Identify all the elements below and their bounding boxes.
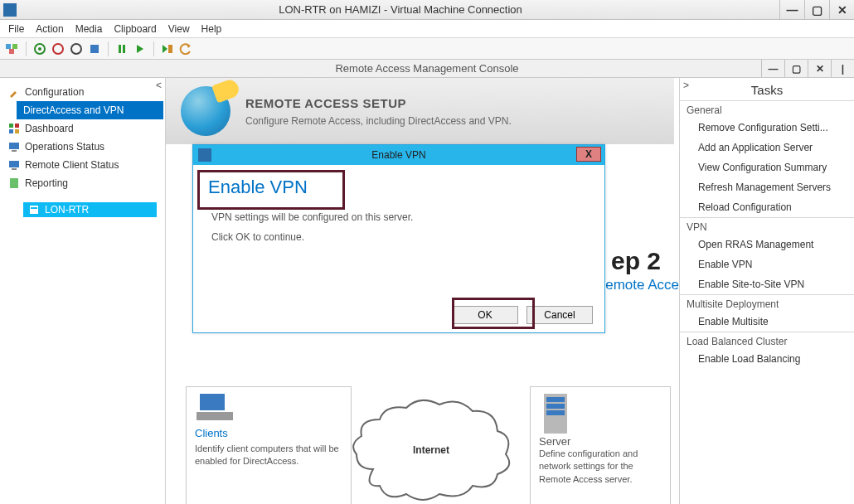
save-icon[interactable] [87,41,102,56]
vm-titlebar: LON-RTR on HAMIZI - Virtual Machine Conn… [0,0,854,20]
dialog-title: Enable VPN [371,149,425,161]
step1-box: Clients Identify client computers that w… [186,386,352,504]
turnoff-icon[interactable] [51,41,66,56]
svg-rect-17 [15,129,19,133]
reset-icon[interactable] [133,41,148,56]
section-vpn: VPN [680,217,854,235]
task-enable-multisite[interactable]: Enable Multisite [680,312,854,332]
dialog-line1: VPN settings will be configured on this … [193,210,604,225]
dashboard-icon [8,123,20,134]
menu-file[interactable]: File [8,23,24,35]
nav-label: Dashboard [25,123,74,134]
nav-directaccess-vpn[interactable]: DirectAccess and VPN [17,101,163,119]
svg-marker-10 [137,45,143,53]
menu-action[interactable]: Action [36,23,63,35]
console-title: Remote Access Management Console [335,62,518,75]
task-enable-lb[interactable]: Enable Load Balancing [680,349,854,369]
client-icon [8,159,20,171]
nav-pane: < Configuration DirectAccess and VPN Das… [0,78,166,504]
internet-cloud: Internet [340,395,522,504]
nav-label: DirectAccess and VPN [23,104,124,116]
dialog-line2: Click OK to continue. [193,230,604,245]
task-remove-config[interactable]: Remove Configuration Setti... [680,118,854,138]
revert-icon[interactable] [178,41,193,56]
task-enable-s2s-vpn[interactable]: Enable Site-to-Site VPN [680,274,854,294]
pause-icon[interactable] [114,41,129,56]
shutdown-icon[interactable] [69,41,84,56]
svg-marker-11 [163,45,167,53]
wrench-icon [8,86,20,98]
tasks-heading: Tasks [680,83,854,97]
nav-reporting[interactable]: Reporting [2,174,163,192]
task-reload-config[interactable]: Reload Configuration [680,197,854,217]
task-open-rras[interactable]: Open RRAS Management [680,235,854,254]
section-lbc: Load Balanced Cluster [680,332,854,349]
svg-rect-7 [90,45,99,53]
svg-rect-22 [10,178,18,188]
menu-help[interactable]: Help [201,23,222,35]
close-button[interactable]: ✕ [829,0,854,19]
ok-button[interactable]: OK [452,306,518,324]
svg-rect-23 [30,206,38,214]
server-rack-icon [539,392,572,435]
nav-configuration[interactable]: Configuration [2,83,163,101]
svg-point-4 [38,47,41,51]
svg-rect-15 [15,124,19,128]
ctrl-alt-del-icon[interactable] [5,41,20,56]
task-enable-vpn[interactable]: Enable VPN [680,254,854,274]
svg-rect-18 [9,143,19,149]
nav-remote-client-status[interactable]: Remote Client Status [2,156,163,174]
svg-rect-28 [546,397,565,402]
menu-clipboard[interactable]: Clipboard [114,23,156,35]
svg-rect-0 [6,44,11,49]
svg-rect-20 [9,161,19,167]
section-multisite: Multisite Deployment [680,294,854,312]
server-node[interactable]: LON-RTR [23,202,157,217]
svg-rect-25 [200,394,225,410]
svg-point-5 [53,44,63,54]
collapse-icon[interactable]: < [156,80,162,91]
vm-menu: File Action Media Clipboard View Help [0,20,854,38]
step2-bg-label: ep 2 [611,247,661,275]
svg-rect-21 [12,168,17,170]
svg-point-6 [71,44,81,54]
tasks-pane: > Tasks General Remove Configuration Set… [680,78,854,504]
task-add-app-server[interactable]: Add an Application Server [680,138,854,158]
task-refresh-mgmt-servers[interactable]: Refresh Management Servers [680,177,854,197]
step1-title: Clients [195,427,342,439]
task-view-config-summary[interactable]: View Configuration Summary [680,158,854,177]
menu-view[interactable]: View [168,23,190,35]
svg-rect-24 [31,207,37,209]
console-titlebar: Remote Access Management Console — ▢ ✕ | [0,60,854,78]
svg-rect-29 [546,404,565,409]
step2-box: Server Define configuration and network … [530,386,671,504]
svg-rect-8 [119,45,121,53]
server-label: LON-RTR [45,204,89,216]
start-icon[interactable] [32,41,47,56]
nav-operations-status[interactable]: Operations Status [2,138,163,156]
cloud-label: Internet [340,444,522,456]
maximize-button[interactable]: ▢ [804,0,829,19]
nav-label: Reporting [25,177,68,189]
dialog-icon [198,148,211,162]
report-icon [8,177,20,189]
console-minimize-button[interactable]: — [761,60,784,77]
svg-rect-9 [123,45,125,53]
console-close-button[interactable]: ✕ [808,60,831,77]
dialog-heading: Enable VPN [193,165,604,205]
svg-rect-14 [9,124,13,128]
section-general: General [680,100,854,118]
svg-rect-16 [9,129,13,133]
nav-dashboard[interactable]: Dashboard [2,119,163,138]
svg-rect-2 [9,49,14,54]
minimize-button[interactable]: — [779,0,804,19]
menu-media[interactable]: Media [75,23,103,35]
cancel-button[interactable]: Cancel [526,306,593,324]
vm-title: LON-RTR on HAMIZI - Virtual Machine Conn… [22,3,779,16]
snapshot-icon[interactable] [160,41,175,56]
dialog-close-button[interactable]: X [576,147,601,162]
expand-icon[interactable]: > [683,80,689,91]
server-icon [28,204,40,216]
svg-rect-12 [168,45,172,53]
console-maximize-button[interactable]: ▢ [784,60,808,77]
